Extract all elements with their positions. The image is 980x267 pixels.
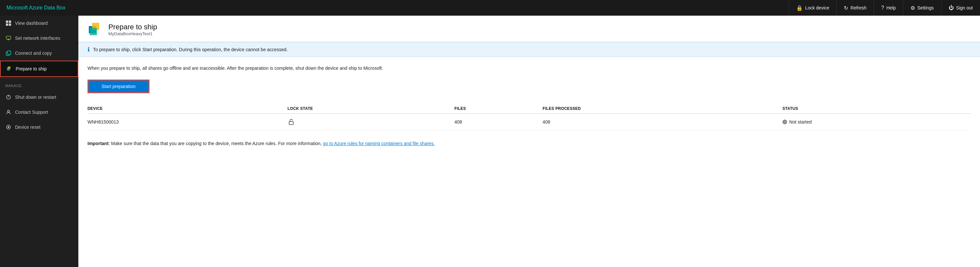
- sidebar-item-view-dashboard[interactable]: View dashboard: [0, 16, 78, 31]
- page-subtitle: MyDataBoxHeavyTest1: [108, 31, 157, 36]
- sidebar-divider: [0, 78, 78, 79]
- info-banner: ℹ To prepare to ship, click Start prepar…: [78, 42, 980, 57]
- topnav: Microsoft Azure Data Box 🔒 Lock device ↻…: [0, 0, 980, 16]
- start-preparation-button[interactable]: Start preparation: [88, 79, 150, 93]
- copy-icon: [5, 50, 12, 56]
- azure-rules-link[interactable]: go to Azure rules for naming containers …: [323, 141, 434, 146]
- cell-status: Not started: [783, 114, 971, 130]
- svg-rect-5: [8, 39, 10, 40]
- cell-files-processed: 408: [542, 114, 783, 130]
- device-table: DEVICE LOCK STATE FILES FILES PROCESSED …: [88, 104, 971, 130]
- content-area: When you prepare to ship, all shares go …: [78, 57, 980, 154]
- svg-rect-20: [289, 122, 293, 125]
- table-header-row: DEVICE LOCK STATE FILES FILES PROCESSED …: [88, 104, 971, 114]
- brand: Microsoft Azure Data Box: [6, 5, 65, 11]
- important-note: Important: Make sure that the data that …: [88, 141, 971, 146]
- refresh-button[interactable]: ↻ Refresh: [836, 0, 873, 16]
- sidebar-item-prepare-to-ship[interactable]: Prepare to ship: [0, 61, 78, 77]
- page-icon: [88, 22, 103, 37]
- svg-rect-2: [6, 24, 8, 26]
- info-icon: ℹ: [88, 46, 90, 53]
- cell-device: WNH81500013: [88, 114, 288, 130]
- col-lock-state: LOCK STATE: [288, 104, 454, 114]
- table-header: DEVICE LOCK STATE FILES FILES PROCESSED …: [88, 104, 971, 114]
- status-not-started: Not started: [783, 119, 967, 125]
- important-label: Important: [88, 141, 109, 146]
- network-icon: [5, 35, 12, 41]
- lock-icon: 🔒: [796, 5, 803, 11]
- lock-device-button[interactable]: 🔒 Lock device: [789, 0, 836, 16]
- sidebar-item-connect-and-copy[interactable]: Connect and copy: [0, 46, 78, 61]
- svg-rect-1: [9, 21, 11, 23]
- signout-button[interactable]: ⏻ Sign out: [941, 0, 980, 16]
- col-files: FILES: [454, 104, 542, 114]
- svg-point-16: [8, 126, 10, 128]
- reset-icon: [5, 124, 12, 130]
- page-header: Prepare to ship MyDataBoxHeavyTest1: [78, 16, 980, 42]
- sidebar-item-shut-down-restart[interactable]: Shut down or restart: [0, 90, 78, 105]
- ship-icon: [6, 66, 13, 72]
- main-content: Prepare to ship MyDataBoxHeavyTest1 ℹ To…: [78, 16, 980, 267]
- sidebar-item-set-network-interfaces[interactable]: Set network interfaces: [0, 31, 78, 46]
- svg-rect-3: [9, 24, 11, 26]
- col-status: STATUS: [783, 104, 971, 114]
- description-text: When you prepare to ship, all shares go …: [88, 65, 971, 72]
- svg-rect-8: [8, 51, 11, 54]
- power-circle-icon: [5, 94, 12, 100]
- svg-rect-19: [90, 28, 97, 35]
- cell-files: 408: [454, 114, 542, 130]
- refresh-icon: ↻: [844, 5, 848, 11]
- power-icon: ⏻: [949, 5, 954, 11]
- svg-rect-11: [7, 68, 10, 71]
- status-dot: [783, 120, 787, 124]
- col-device: DEVICE: [88, 104, 288, 114]
- grid-icon: [5, 20, 12, 27]
- help-icon: ?: [881, 5, 884, 11]
- svg-rect-0: [6, 21, 8, 23]
- layout: View dashboard Set network interfaces Co…: [0, 16, 980, 267]
- sidebar-item-device-reset[interactable]: Device reset: [0, 120, 78, 135]
- svg-point-14: [8, 110, 10, 112]
- svg-rect-4: [6, 36, 11, 39]
- unlocked-lock-icon: [288, 118, 295, 125]
- sidebar: View dashboard Set network interfaces Co…: [0, 16, 78, 267]
- table-row: WNH81500013 408 408 Not s: [88, 114, 971, 130]
- manage-section-label: MANAGE: [0, 80, 78, 90]
- cell-lock-state: [288, 114, 454, 130]
- page-title-block: Prepare to ship MyDataBoxHeavyTest1: [108, 23, 157, 36]
- page-title: Prepare to ship: [108, 23, 157, 31]
- help-button[interactable]: ? Help: [873, 0, 903, 16]
- table-body: WNH81500013 408 408 Not s: [88, 114, 971, 130]
- settings-icon: ⚙: [910, 5, 915, 11]
- info-banner-text: To prepare to ship, click Start preparat…: [93, 47, 288, 52]
- topnav-actions: 🔒 Lock device ↻ Refresh ? Help ⚙ Setting…: [789, 0, 980, 16]
- col-files-processed: FILES PROCESSED: [542, 104, 783, 114]
- sidebar-item-contact-support[interactable]: Contact Support: [0, 105, 78, 120]
- settings-button[interactable]: ⚙ Settings: [903, 0, 941, 16]
- person-icon: [5, 109, 12, 115]
